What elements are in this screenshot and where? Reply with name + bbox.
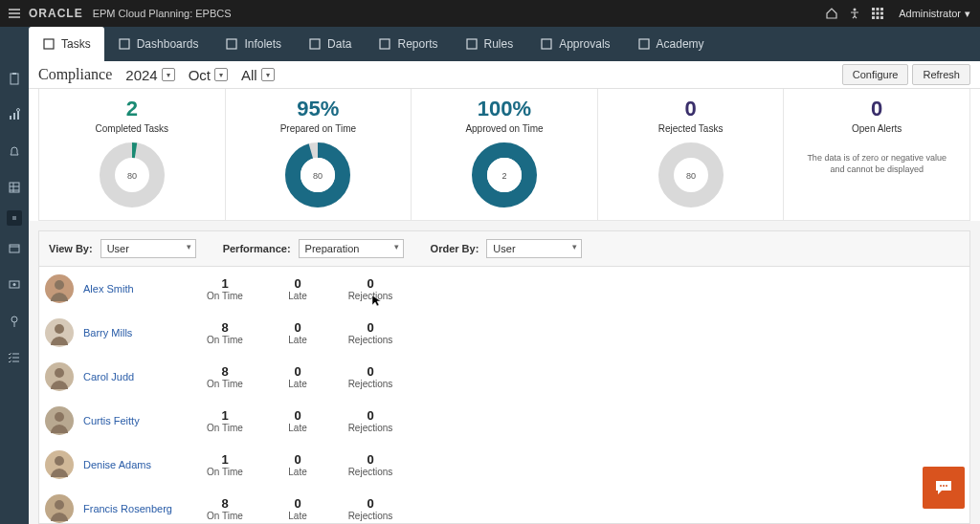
month-selector[interactable]: Oct▾ (189, 67, 228, 83)
metric-label: Rejections (334, 423, 407, 433)
tab-data[interactable]: Data (295, 27, 365, 61)
sidebar-window-icon[interactable] (7, 241, 22, 256)
user-name-link[interactable]: Denise Adams (83, 459, 189, 470)
card-prepared-on-time[interactable]: 95% Prepared on Time 80 (226, 89, 412, 221)
svg-rect-2 (877, 8, 880, 11)
card-completed-tasks[interactable]: 2 Completed Tasks 80 (38, 89, 226, 221)
sidebar-pin-icon[interactable] (7, 314, 22, 329)
orderby-select[interactable]: User (486, 239, 582, 258)
metric-value: 8 (189, 496, 261, 511)
chevron-down-icon: ▾ (214, 68, 228, 81)
hamburger-icon[interactable] (0, 7, 29, 20)
svg-point-32 (11, 317, 17, 322)
performance-select[interactable]: Preparation (299, 239, 404, 258)
metric-label: On Time (189, 511, 261, 521)
user-row: Carol Judd8On Time0Late0Rejections (39, 355, 969, 399)
metric-value: 0 (261, 320, 334, 335)
viewby-label: View By: (49, 243, 93, 254)
metric-value: 0 (334, 496, 407, 511)
user-row: Alex Smith1On Time0Late0Rejections (39, 267, 969, 311)
donut-chart: 80 (232, 142, 406, 208)
metric-label: On Time (189, 335, 261, 345)
metric-value: 8 (189, 364, 261, 379)
metric-label: Rejections (334, 335, 407, 345)
metric-value: 0 (261, 276, 334, 291)
viewby-select[interactable]: User (100, 239, 196, 258)
user-name-link[interactable]: Barry Mills (83, 327, 189, 338)
tab-reports[interactable]: Reports (365, 27, 451, 61)
configure-button[interactable]: Configure (842, 64, 909, 85)
tab-approvals[interactable]: Approvals (526, 27, 623, 61)
user-list: Alex Smith1On Time0Late0RejectionsBarry … (38, 267, 970, 524)
tab-label: Dashboards (137, 37, 199, 51)
svg-rect-11 (120, 39, 129, 49)
card-approved-on-time[interactable]: 100% Approved on Time 2 (412, 89, 598, 221)
card-value: 100% (417, 97, 591, 121)
user-row: Francis Rosenberg8On Time0Late0Rejection… (39, 487, 969, 524)
accessibility-icon[interactable] (843, 7, 866, 20)
user-name-link[interactable]: Carol Judd (83, 371, 189, 382)
svg-text:80: 80 (686, 171, 696, 181)
svg-point-46 (55, 368, 64, 378)
card-value: 2 (45, 97, 219, 121)
svg-rect-16 (542, 39, 551, 49)
metric-value: 0 (334, 408, 407, 423)
data-icon (308, 37, 322, 51)
sidebar-dashboard-icon[interactable] (7, 210, 22, 226)
svg-rect-5 (877, 12, 880, 15)
tab-dashboards[interactable]: Dashboards (104, 27, 212, 61)
metric-late: 0Late (261, 452, 334, 477)
home-icon[interactable] (820, 7, 843, 20)
kpi-cards: 2 Completed Tasks 80 95% Prepared on Tim… (29, 89, 980, 221)
tab-academy[interactable]: Academy (624, 27, 718, 61)
svg-rect-12 (227, 39, 236, 49)
tab-label: Tasks (61, 37, 91, 51)
svg-rect-8 (877, 16, 880, 19)
avatar (45, 318, 74, 347)
tab-tasks[interactable]: Tasks (29, 27, 104, 61)
tab-infolets[interactable]: Infolets (212, 27, 295, 61)
chevron-down-icon: ▾ (965, 8, 970, 20)
svg-rect-3 (880, 8, 883, 11)
svg-point-31 (13, 283, 16, 286)
dashboard-icon (118, 37, 131, 51)
metric-value: 0 (261, 364, 334, 379)
sidebar-clipboard-icon[interactable] (7, 71, 22, 86)
user-name-link[interactable]: Curtis Feitty (83, 415, 189, 426)
rules-icon (465, 37, 479, 51)
sidebar-display-icon[interactable] (7, 277, 22, 293)
scope-selector[interactable]: All▾ (241, 67, 275, 83)
sidebar-checklist-icon[interactable] (7, 350, 22, 365)
chevron-down-icon: ▾ (162, 68, 175, 81)
year-selector[interactable]: 2024▾ (125, 67, 174, 83)
metric-label: Late (261, 467, 334, 477)
metric-late: 0Late (261, 276, 334, 301)
user-name-link[interactable]: Alex Smith (83, 283, 189, 295)
svg-point-0 (854, 9, 857, 11)
metric-value: 0 (334, 452, 407, 467)
metric-ontime: 8On Time (189, 496, 261, 521)
card-rejected-tasks[interactable]: 0 Rejected Tasks 80 (598, 89, 785, 221)
donut-chart: 80 (604, 142, 778, 208)
avatar (45, 274, 74, 303)
metric-late: 0Late (261, 320, 334, 345)
main-content: Compliance 2024▾ Oct▾ All▾ Configure Ref… (29, 61, 980, 524)
card-open-alerts[interactable]: 0 Open Alerts The data is of zero or neg… (784, 89, 970, 221)
user-menu[interactable]: Administrator ▾ (889, 8, 980, 20)
metric-label: On Time (189, 291, 261, 301)
user-name-link[interactable]: Francis Rosenberg (83, 503, 189, 514)
metric-late: 0Late (261, 364, 334, 389)
metric-value: 0 (334, 276, 407, 291)
sidebar-grid-icon[interactable] (7, 180, 22, 195)
approvals-icon (540, 37, 553, 51)
user-row: Denise Adams1On Time0Late0Rejections (39, 443, 969, 487)
apps-icon[interactable] (866, 7, 889, 20)
refresh-button[interactable]: Refresh (912, 64, 970, 85)
tab-label: Academy (657, 37, 704, 51)
svg-rect-25 (12, 216, 13, 217)
chat-fab[interactable] (923, 467, 965, 509)
donut-chart: 80 (45, 142, 219, 208)
sidebar-bell-icon[interactable] (7, 143, 22, 159)
sidebar-analytics-icon[interactable] (7, 107, 22, 122)
tab-rules[interactable]: Rules (452, 27, 527, 61)
